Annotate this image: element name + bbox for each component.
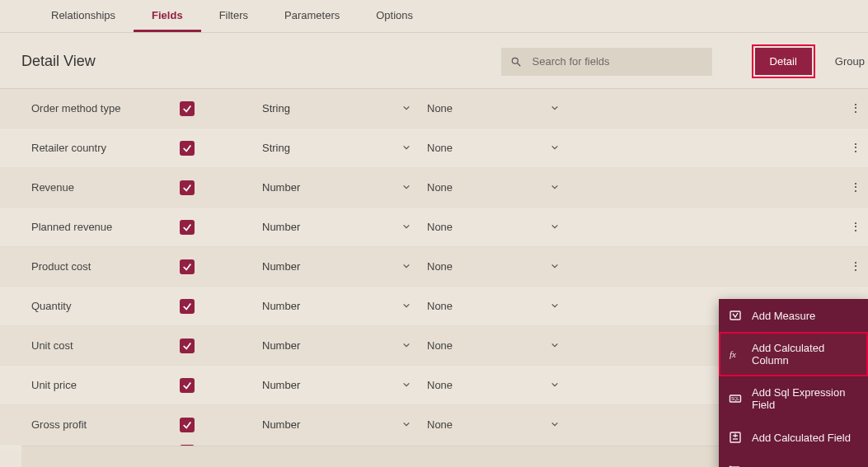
chevron-down-icon[interactable] (534, 102, 575, 114)
field-name: Planned revenue (31, 221, 180, 233)
field-checkbox[interactable] (180, 339, 195, 353)
field-type-select[interactable]: String (262, 142, 386, 154)
field-checkbox[interactable] (180, 259, 195, 274)
field-name: Unit cost (31, 339, 180, 352)
tab-relationships[interactable]: Relationships (33, 0, 134, 32)
field-second-select[interactable]: None (427, 339, 534, 352)
row-more-button[interactable]: ⋮ (843, 181, 868, 194)
row-more-button[interactable]: ⋮ (843, 142, 868, 154)
chevron-down-icon[interactable] (534, 142, 575, 154)
field-second-select[interactable]: None (427, 102, 534, 114)
field-row: Revenue Number None ⋮ (0, 168, 868, 208)
field-name: Revenue (31, 181, 180, 194)
field-row: Product cost Number None ⋮ (0, 247, 868, 287)
tab-fields[interactable]: Fields (134, 0, 201, 32)
chevron-down-icon[interactable] (386, 339, 427, 352)
field-name: Gross profit (31, 418, 180, 431)
svg-text:SQL: SQL (731, 396, 739, 401)
field-type-select[interactable]: Number (262, 221, 386, 233)
chevron-down-icon[interactable] (386, 181, 427, 194)
field-row: Order method type String None ⋮ (0, 89, 868, 128)
chevron-down-icon[interactable] (534, 181, 575, 194)
group-button[interactable]: Group (835, 55, 868, 68)
field-name: Product cost (31, 260, 180, 273)
search-input[interactable] (501, 48, 712, 76)
svg-text:fx: fx (730, 349, 736, 359)
category-icon (729, 464, 742, 467)
context-menu: Add MeasurefxAdd Calculated ColumnSQLAdd… (719, 299, 868, 467)
field-second-select[interactable]: None (427, 181, 534, 194)
field-second-select[interactable]: None (427, 142, 534, 154)
svg-rect-2 (730, 311, 740, 320)
field-type-select[interactable]: Number (262, 300, 386, 312)
chevron-down-icon[interactable] (386, 102, 427, 114)
field-checkbox[interactable] (180, 180, 195, 195)
ctx-label: Add Calculated Column (752, 342, 858, 367)
row-more-button[interactable]: ⋮ (843, 221, 868, 233)
ctx-fx[interactable]: fxAdd Calculated Column (719, 332, 868, 376)
chevron-down-icon[interactable] (386, 221, 427, 233)
chevron-down-icon[interactable] (534, 300, 575, 312)
chevron-down-icon[interactable] (386, 142, 427, 154)
field-second-select[interactable]: None (427, 221, 534, 233)
svg-line-1 (517, 63, 520, 66)
fx-icon: fx (729, 348, 742, 361)
chevron-down-icon[interactable] (386, 379, 427, 391)
chevron-down-icon[interactable] (386, 418, 427, 431)
field-checkbox[interactable] (180, 101, 195, 116)
search-field[interactable] (501, 48, 712, 76)
tab-options[interactable]: Options (358, 0, 431, 32)
ctx-measure[interactable]: Add Measure (719, 299, 868, 332)
field-checkbox[interactable] (180, 378, 195, 393)
chevron-down-icon[interactable] (534, 379, 575, 391)
field-name: Retailer country (31, 142, 180, 154)
field-checkbox[interactable] (180, 141, 195, 156)
detail-button[interactable]: Detail (755, 48, 812, 75)
chevron-down-icon[interactable] (386, 300, 427, 312)
field-name: Order method type (31, 102, 180, 114)
field-name: Unit price (31, 379, 180, 391)
field-checkbox[interactable] (180, 299, 195, 314)
field-checkbox[interactable] (180, 220, 195, 235)
row-more-button[interactable]: ⋮ (843, 102, 868, 114)
field-second-select[interactable]: None (427, 300, 534, 312)
header: Detail View Detail Group (0, 33, 868, 88)
highlight-detail: Detail (752, 44, 815, 78)
field-checkbox[interactable] (180, 418, 195, 432)
ctx-sql[interactable]: SQLAdd Sql Expression Field (719, 376, 868, 421)
field-name: Quantity (31, 300, 180, 312)
field-row: Retailer country String None ⋮ (0, 128, 868, 168)
sql-icon: SQL (729, 392, 742, 405)
chevron-down-icon[interactable] (534, 418, 575, 431)
measure-icon (729, 309, 742, 322)
field-second-select[interactable]: None (427, 418, 534, 431)
ctx-label: Add Category Field (752, 465, 843, 468)
ctx-label: Add Calculated Field (752, 432, 851, 444)
field-type-select[interactable]: Number (262, 418, 386, 431)
tabs: RelationshipsFieldsFiltersParametersOpti… (0, 0, 868, 33)
chevron-down-icon[interactable] (534, 339, 575, 352)
ctx-label: Add Measure (752, 310, 815, 322)
field-type-select[interactable]: Number (262, 339, 386, 352)
field-type-select[interactable]: Number (262, 260, 386, 273)
svg-point-0 (512, 58, 518, 63)
field-second-select[interactable]: None (427, 260, 534, 273)
search-icon (510, 56, 522, 68)
calcfield-icon (729, 431, 742, 444)
row-more-button[interactable]: ⋮ (843, 260, 868, 273)
field-second-select[interactable]: None (427, 379, 534, 391)
field-type-select[interactable]: Number (262, 379, 386, 391)
chevron-down-icon[interactable] (386, 260, 427, 273)
ctx-category[interactable]: Add Category Field (719, 454, 868, 467)
ctx-label: Add Sql Expression Field (752, 386, 858, 411)
chevron-down-icon[interactable] (534, 221, 575, 233)
tab-filters[interactable]: Filters (201, 0, 266, 32)
field-type-select[interactable]: Number (262, 181, 386, 194)
ctx-calcfield[interactable]: Add Calculated Field (719, 421, 868, 454)
page-title: Detail View (21, 53, 96, 70)
tab-parameters[interactable]: Parameters (266, 0, 358, 32)
field-type-select[interactable]: String (262, 102, 386, 114)
chevron-down-icon[interactable] (534, 260, 575, 273)
field-row: Planned revenue Number None ⋮ (0, 208, 868, 247)
